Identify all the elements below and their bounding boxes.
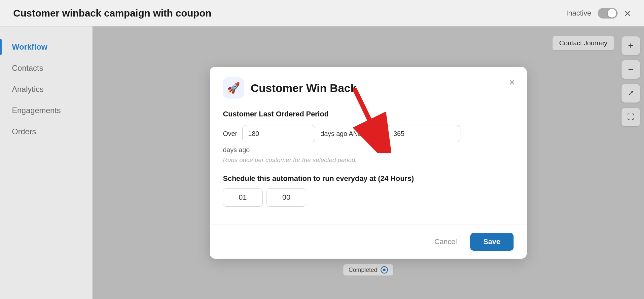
under-value-input[interactable] — [388, 125, 460, 142]
sidebar-item-orders[interactable]: Orders — [0, 121, 92, 142]
save-button[interactable]: Save — [470, 233, 514, 251]
top-bar-right: Inactive × — [566, 8, 631, 19]
schedule-title: Schedule this automation to run everyday… — [223, 174, 514, 183]
main-content: Contact Journey + − ⤢ ⛶ Completed — [92, 26, 644, 299]
page-title: Customer winback campaign with coupon — [13, 8, 211, 19]
sidebar: Workflow Contacts Analytics Engagements … — [0, 26, 92, 299]
minute-input[interactable] — [267, 188, 306, 207]
sidebar-item-contacts[interactable]: Contacts — [0, 58, 92, 79]
sidebar-item-workflow[interactable]: Workflow — [0, 36, 92, 58]
hour-input[interactable] — [223, 188, 263, 207]
dialog-icon: 🚀 — [223, 77, 244, 99]
schedule-section: Schedule this automation to run everyday… — [223, 174, 514, 207]
period-row: Over days ago AND Under — [223, 125, 514, 142]
sidebar-item-engagements[interactable]: Engagements — [0, 100, 92, 121]
over-label: Over — [223, 130, 237, 138]
dialog-title: Customer Win Back — [251, 82, 357, 95]
days-ago-label: days ago — [223, 146, 514, 154]
over-value-input[interactable] — [242, 125, 315, 142]
middle-label: days ago AND Under — [320, 130, 382, 138]
dialog-close-button[interactable]: × — [509, 77, 515, 88]
top-bar: Customer winback campaign with coupon In… — [0, 0, 644, 26]
dialog-footer: Cancel Save — [210, 225, 527, 259]
cancel-button[interactable]: Cancel — [428, 234, 463, 249]
dialog-overlay: 🚀 Customer Win Back × Customer Last Orde… — [92, 26, 644, 299]
run-note: Runs once per customer for the selected … — [223, 156, 514, 164]
toggle-knob — [608, 9, 616, 18]
time-inputs — [223, 188, 514, 207]
last-ordered-section-title: Customer Last Ordered Period — [223, 110, 514, 118]
status-label: Inactive — [566, 9, 591, 18]
dialog-body: Customer Last Ordered Period Over days a… — [210, 107, 527, 225]
sidebar-item-analytics[interactable]: Analytics — [0, 79, 92, 100]
dialog-header: 🚀 Customer Win Back × — [210, 67, 527, 107]
active-toggle[interactable] — [598, 8, 618, 19]
close-page-button[interactable]: × — [624, 8, 631, 19]
dialog: 🚀 Customer Win Back × Customer Last Orde… — [210, 67, 527, 259]
